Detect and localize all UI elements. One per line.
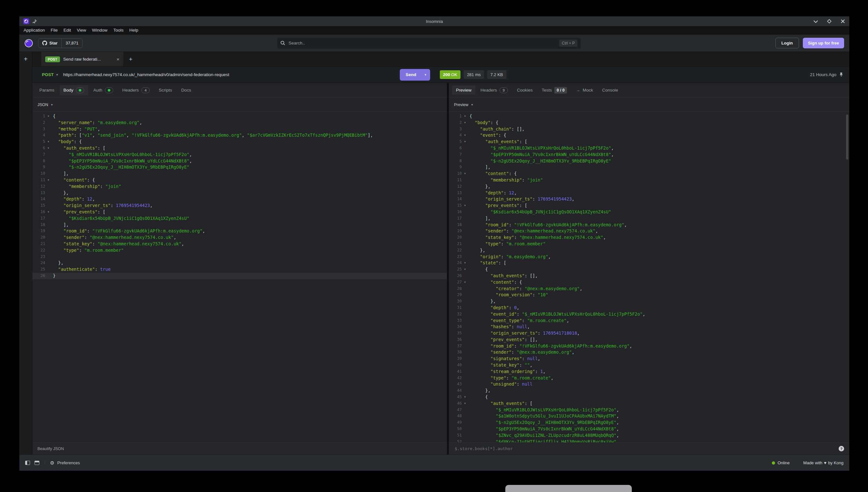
tab-tests[interactable]: Tests0 / 0 — [538, 85, 571, 96]
menu-item-view[interactable]: View — [74, 28, 89, 32]
url-input[interactable]: https://hammerhead.nexy7574.co.uk/_hamme… — [63, 72, 400, 77]
code-line[interactable]: 4 "path": ["v1", "send_join", "!VFkGlfu6… — [32, 132, 447, 139]
code-text: ], — [469, 164, 490, 171]
code-line[interactable]: 12 "membership": "join" — [32, 183, 447, 190]
line-number: 52 — [449, 439, 462, 442]
send-options-caret-icon[interactable]: ▾ — [421, 73, 430, 76]
minimize-icon[interactable] — [813, 19, 818, 24]
code-line[interactable]: 22 "type": "m.room.member" — [32, 247, 447, 254]
code-line[interactable]: 26} — [32, 273, 447, 279]
tab-response-headers[interactable]: Headers9 — [476, 85, 512, 95]
star-count[interactable]: 37,871 — [61, 39, 82, 48]
code-line[interactable]: 9 "$-n2gU5Ex2Oqoy_J__HIH8mOTX3Yv_9RbEBPq… — [32, 164, 447, 171]
fold-arrow-icon[interactable]: ▾ — [462, 266, 468, 273]
code-line[interactable]: 7 "$_nMIuVR1BLOJWtsLVPXsHrQoL0hboL-1icj7… — [32, 151, 447, 158]
filter-help-icon[interactable]: ? — [839, 446, 844, 451]
code-line[interactable]: 15 "origin_server_ts": 1769541954423, — [32, 202, 447, 209]
code-line[interactable]: 6▾ "auth_events": [ — [32, 145, 447, 151]
fold-arrow-icon[interactable]: ▾ — [45, 145, 52, 151]
code-line[interactable]: 8 "$pEP3YP50mNuiA_7Vs0cIxnrBkWN_uYdLCcG4… — [32, 158, 447, 165]
fold-arrow-icon[interactable]: ▾ — [462, 400, 468, 407]
response-history-dropdown[interactable]: 21 Hours Ago — [810, 72, 843, 77]
tab-auth[interactable]: Auth — [89, 85, 117, 95]
send-button[interactable]: Send ▾ — [400, 69, 430, 81]
toggle-panel-icon[interactable] — [34, 461, 39, 465]
request-body-editor[interactable]: 1▾{2 "server_name": "m.easydemo.org",3 "… — [32, 112, 447, 442]
code-line[interactable]: 23 — [32, 254, 447, 260]
tab-request-headers[interactable]: Headers4 — [118, 85, 154, 95]
menu-item-tools[interactable]: Tools — [110, 28, 126, 32]
code-line[interactable]: 11▾ "content": { — [32, 177, 447, 183]
menu-item-help[interactable]: Help — [126, 28, 141, 32]
method-dropdown[interactable]: POST ▾ — [42, 72, 58, 77]
code-line[interactable]: 25 "authenticate": true — [32, 266, 447, 273]
code-line[interactable]: 19 "room_id": "!VFkGlfu66-zgvkUAd6kjAPfh… — [32, 228, 447, 235]
code-line[interactable]: 17 "$Ksdiar6x54bUpB_JVNjc1iC1gQsOO1XAq1X… — [32, 215, 447, 222]
search-input[interactable] — [288, 40, 559, 46]
tab-close-icon[interactable]: × — [116, 56, 119, 62]
code-line[interactable]: 20 "sender": "@nex:hammerhead.nexy7574.c… — [32, 235, 447, 241]
fold-arrow-icon[interactable]: ▾ — [462, 171, 468, 177]
fold-arrow-icon[interactable]: ▾ — [462, 394, 468, 400]
tab-docs[interactable]: Docs — [177, 85, 195, 95]
fold-arrow-icon[interactable]: ▾ — [462, 202, 468, 209]
code-line[interactable]: 1▾{ — [32, 113, 447, 120]
body-type-dropdown[interactable]: JSON ▾ — [32, 98, 447, 112]
new-tab-button[interactable]: + — [123, 52, 138, 67]
code-line[interactable]: 3 "method": "PUT", — [32, 126, 447, 132]
fold-arrow-icon[interactable]: ▾ — [45, 113, 52, 120]
tab-console[interactable]: Console — [598, 85, 622, 95]
fold-arrow-icon[interactable]: ▾ — [462, 260, 468, 266]
code-line[interactable]: 24 }, — [32, 260, 447, 266]
fold-arrow-icon[interactable]: ▾ — [45, 139, 52, 145]
new-request-button[interactable]: + — [24, 56, 28, 62]
code-text: "$_nMIuVR1BLOJWtsLVPXsHrQoL0hboL-1icj7pP… — [469, 145, 614, 151]
signup-button[interactable]: Sign up for free — [803, 38, 844, 48]
fold-arrow-icon[interactable]: ▾ — [462, 139, 468, 145]
fold-arrow-icon[interactable]: ▾ — [462, 279, 468, 286]
code-line[interactable]: 18 ], — [32, 222, 447, 228]
tab-params[interactable]: Params — [36, 85, 58, 95]
line-number: 13 — [32, 190, 45, 196]
preferences-button[interactable]: ⚙ Preferences — [50, 460, 80, 466]
menu-item-file[interactable]: File — [48, 28, 61, 32]
login-button[interactable]: Login — [775, 38, 799, 48]
menu-item-window[interactable]: Window — [89, 28, 110, 32]
toggle-sidebar-icon[interactable] — [25, 461, 30, 465]
scrollbar-thumb[interactable] — [846, 115, 848, 159]
fold-arrow-icon[interactable]: ▾ — [462, 113, 468, 120]
code-line[interactable]: 2 "server_name": "m.easydemo.org", — [32, 120, 447, 126]
insomnia-logo[interactable] — [25, 39, 33, 47]
tab-body[interactable]: Body — [60, 85, 88, 95]
fold-arrow-icon[interactable]: ▾ — [45, 209, 52, 215]
code-text: "hashes": null, — [469, 324, 530, 330]
fold-spacer — [462, 381, 468, 388]
code-line[interactable]: 5▾ "body": { — [32, 139, 447, 145]
insomnia-window: Insomnia ApplicationFileEditViewWindowTo… — [19, 17, 849, 471]
response-filter-input[interactable] — [454, 446, 839, 451]
maximize-icon[interactable] — [827, 19, 832, 24]
code-line[interactable]: 16▾ "prev_events": [ — [32, 209, 447, 215]
menu-item-application[interactable]: Application — [21, 28, 48, 32]
code-line[interactable]: 10 ], — [32, 171, 447, 177]
github-star-button[interactable]: Star — [39, 39, 61, 48]
beautify-json-button[interactable]: Beautify JSON — [38, 446, 64, 451]
response-preview-editor[interactable]: 1▾{2▾ "body": {3 "auth_chain": [],4▾ "ev… — [449, 112, 849, 442]
tab-preview[interactable]: Preview — [452, 85, 475, 95]
pin-response-icon[interactable] — [839, 72, 843, 77]
tab-scripts[interactable]: Scripts — [155, 85, 176, 95]
close-icon[interactable] — [840, 19, 845, 24]
preview-mode-label: Preview — [454, 102, 468, 107]
preview-mode-dropdown[interactable]: Preview ▾ — [449, 98, 849, 112]
code-line[interactable]: 13 }, — [32, 190, 447, 196]
menu-item-edit[interactable]: Edit — [61, 28, 74, 32]
code-line[interactable]: 21 "state_key": "@nex:hammerhead.nexy757… — [32, 241, 447, 247]
search-bar[interactable]: Ctrl + P — [277, 38, 581, 49]
request-tab[interactable]: POST Send raw federati... × — [41, 52, 123, 67]
fold-arrow-icon[interactable]: ▾ — [462, 120, 468, 126]
fold-arrow-icon[interactable]: ▾ — [45, 177, 52, 183]
tab-mock[interactable]: →Mock — [572, 85, 597, 95]
tab-cookies[interactable]: Cookies — [513, 85, 537, 95]
code-line[interactable]: 14 "depth": 12, — [32, 196, 447, 202]
fold-arrow-icon[interactable]: ▾ — [462, 132, 468, 139]
